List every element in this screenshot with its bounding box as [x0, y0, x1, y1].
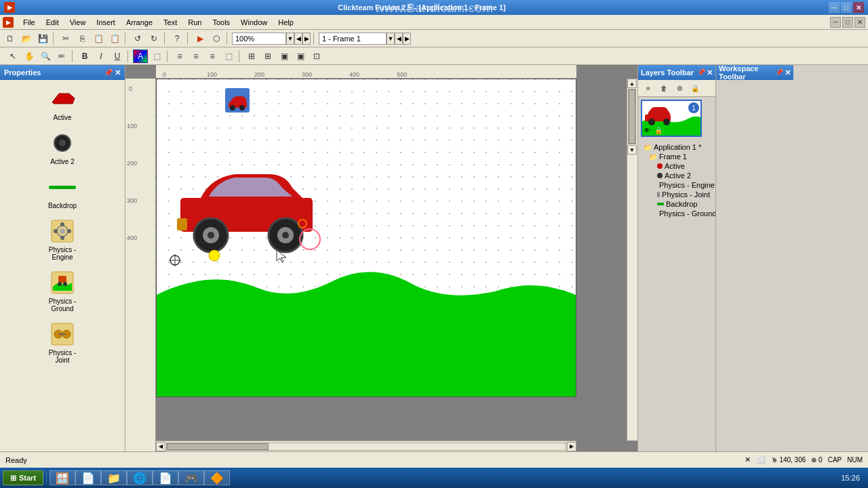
align-left[interactable]: ≡	[172, 49, 187, 63]
taskbar-orange-app[interactable]: 🔶	[204, 470, 230, 485]
scroll-left-btn[interactable]: ◀	[156, 442, 165, 451]
prop-item-physics-engine[interactable]: Physics -Engine	[3, 215, 122, 264]
menu-text[interactable]: Text	[158, 17, 182, 28]
tree-frame1[interactable]: 📁 Frame 1	[641, 152, 713, 161]
zoom-down[interactable]: ▼	[286, 33, 294, 45]
v-scroll-track[interactable]	[628, 89, 636, 144]
justify[interactable]: ⬚	[221, 49, 236, 63]
layers-pin[interactable]: 📌	[697, 68, 705, 77]
workspace-close[interactable]: ✕	[785, 68, 791, 77]
tree-backdrop[interactable]: Backdrop	[641, 199, 713, 209]
menu-tools[interactable]: Tools	[207, 17, 235, 28]
cut-button[interactable]: ✂	[58, 32, 73, 45]
layers-btn1[interactable]: ≡	[641, 81, 656, 95]
taskbar-yellow-app[interactable]: 🌐	[127, 470, 153, 485]
save-button[interactable]: 💾	[35, 32, 50, 45]
tree-physics-engine[interactable]: Physics - Engine	[641, 180, 713, 190]
app-menu-icon[interactable]: ▶	[3, 17, 14, 28]
tree-active[interactable]: Active	[641, 161, 713, 171]
prop-item-active2[interactable]: Active 2	[3, 127, 122, 168]
tree-active2[interactable]: Active 2	[641, 171, 713, 180]
scroll-up-btn[interactable]: ▲	[627, 79, 637, 88]
frame-down[interactable]: ▼	[387, 33, 395, 45]
menu-view[interactable]: View	[64, 17, 92, 28]
properties-pin[interactable]: 📌	[104, 68, 113, 77]
help-button[interactable]: ?	[170, 32, 184, 45]
obj2-button[interactable]: ▣	[293, 49, 308, 63]
menu-run[interactable]: Run	[182, 17, 207, 28]
paste-button[interactable]: 📋	[91, 32, 106, 45]
menu-arrange[interactable]: Arrange	[121, 17, 158, 28]
layers-close[interactable]: ✕	[707, 68, 713, 77]
close-button[interactable]: ✕	[853, 2, 864, 13]
prop-item-active[interactable]: Active	[3, 83, 122, 124]
menu-window[interactable]: Window	[235, 17, 273, 28]
stop-button[interactable]: ⬡	[209, 32, 224, 45]
select-button[interactable]: ↖	[5, 49, 20, 63]
frame-next[interactable]: ▶	[403, 33, 411, 45]
restore-btn2[interactable]: □	[842, 17, 853, 28]
undo-button[interactable]: ↺	[130, 32, 145, 45]
minimize-button[interactable]: ─	[829, 2, 840, 13]
paste2-button[interactable]: 📋	[107, 32, 122, 45]
zoom-right[interactable]: ▶	[302, 33, 311, 45]
menu-file[interactable]: File	[18, 17, 41, 28]
tree-application[interactable]: 📁 Application 1 *	[641, 142, 713, 152]
v-scrollbar[interactable]: ▲ ▼	[627, 79, 637, 441]
snap-button[interactable]: ⊞	[244, 49, 259, 63]
layers-btn4[interactable]: 🔒	[688, 81, 703, 95]
layers-btn2[interactable]: 🗑	[656, 81, 671, 95]
h-scroll-track[interactable]	[166, 443, 566, 451]
zoom-tool[interactable]: 🔍	[38, 49, 53, 63]
italic-button[interactable]: I	[94, 49, 108, 63]
zoom-input[interactable]: 100%	[232, 33, 286, 45]
menu-insert[interactable]: Insert	[91, 17, 121, 28]
tree-physics-joint[interactable]: Physics - Joint	[641, 190, 713, 199]
maximize-button[interactable]: □	[841, 2, 852, 13]
taskbar-explorer[interactable]: 🪟	[50, 470, 75, 485]
frame-prev[interactable]: ◀	[395, 33, 403, 45]
prop-item-physics-ground[interactable]: Physics -Ground	[3, 266, 122, 315]
align-center[interactable]: ≡	[189, 49, 203, 63]
expand-status[interactable]: ⬜	[756, 455, 766, 464]
obj-button[interactable]: ▣	[277, 49, 292, 63]
bold-button[interactable]: B	[77, 49, 92, 63]
minimize-btn2[interactable]: ─	[830, 17, 841, 28]
zoom-left[interactable]: ◀	[294, 33, 302, 45]
frame-input[interactable]: 1 - Frame 1	[319, 33, 387, 45]
start-button[interactable]: ⊞ Start	[3, 470, 43, 485]
copy-button[interactable]: ⎘	[75, 32, 90, 45]
underline-button[interactable]: U	[110, 49, 125, 63]
pencil-button[interactable]: ✏	[54, 49, 69, 63]
scroll-down-btn[interactable]: ▼	[627, 145, 637, 155]
taskbar-notepad[interactable]: 📄	[75, 470, 101, 485]
close-status[interactable]: ✕	[745, 455, 751, 464]
new-button[interactable]: 🗋	[3, 32, 18, 45]
hand-button[interactable]: ✋	[22, 49, 37, 63]
open-button[interactable]: 📂	[19, 32, 34, 45]
h-scrollbar[interactable]: ◀ ▶	[156, 441, 576, 451]
h-scroll-thumb[interactable]	[167, 443, 269, 450]
taskbar-notepad2[interactable]: 📄	[153, 470, 178, 485]
tree-physics-ground[interactable]: Physics - Ground	[641, 209, 713, 218]
v-scroll-thumb[interactable]	[629, 89, 635, 144]
properties-close[interactable]: ✕	[115, 68, 121, 77]
menu-edit[interactable]: Edit	[41, 17, 64, 28]
tool2[interactable]: ⬚	[149, 49, 164, 63]
color-button[interactable]: A	[133, 49, 148, 63]
taskbar-red-app[interactable]: 🎮	[178, 470, 204, 485]
canvas-area[interactable]: 0 100 200 300 400 500 0 100 200 300 400	[125, 65, 637, 451]
crop-button[interactable]: ⊡	[309, 49, 324, 63]
align-right[interactable]: ≡	[205, 49, 220, 63]
layers-btn3[interactable]: ⚙	[672, 81, 687, 95]
menu-help[interactable]: Help	[273, 17, 299, 28]
prop-item-physics-joint[interactable]: Physics -Joint	[3, 318, 122, 367]
close-btn2[interactable]: ✕	[854, 17, 865, 28]
redo-button[interactable]: ↻	[146, 32, 161, 45]
workspace-pin[interactable]: 📌	[775, 68, 783, 77]
prop-item-backdrop[interactable]: Backdrop	[3, 171, 122, 212]
taskbar-app3[interactable]: 📁	[101, 470, 127, 485]
run-button[interactable]: ▶	[193, 32, 208, 45]
scroll-right-btn[interactable]: ▶	[567, 442, 576, 451]
grid-button[interactable]: ⊞	[260, 49, 275, 63]
